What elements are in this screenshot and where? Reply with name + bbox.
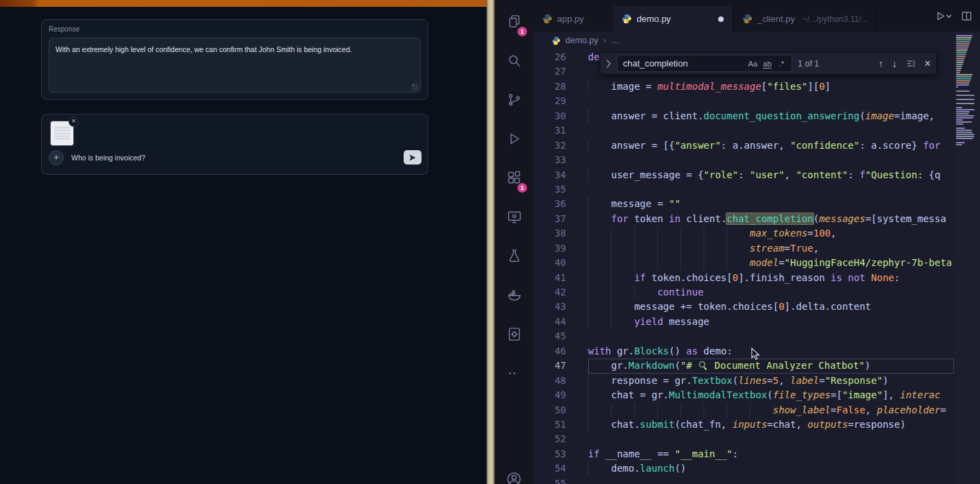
breadcrumb-more[interactable]: …	[611, 36, 620, 45]
run-python-file-button[interactable]	[935, 11, 952, 21]
find-next-button[interactable]: ↓	[892, 58, 897, 69]
code-line[interactable]: 53if __name__ == "__main__":	[533, 447, 954, 461]
tab-client-py[interactable]: _client.py ~/.../python3.11/...	[733, 6, 877, 32]
code-line[interactable]: 30answer = client.document_question_answ…	[533, 109, 954, 123]
modified-dot-icon[interactable]	[718, 16, 724, 22]
line-number[interactable]: 50	[533, 403, 566, 418]
line-number[interactable]: 26	[533, 50, 566, 64]
line-content: continue	[588, 285, 954, 300]
code-line[interactable]: 41if token.choices[0].finish_reason is n…	[533, 271, 954, 285]
line-number[interactable]: 37	[533, 212, 566, 226]
breadcrumb-file[interactable]: demo.py	[565, 36, 598, 45]
line-number[interactable]: 35	[533, 182, 566, 197]
tab-app-py[interactable]: app.py	[533, 6, 613, 32]
split-editor-button[interactable]	[961, 11, 972, 21]
code-line[interactable]: 32answer = [{"answer": a.answer, "confid…	[533, 138, 954, 153]
line-number[interactable]: 49	[533, 388, 566, 402]
activity-account[interactable]	[495, 471, 533, 484]
activity-extensions[interactable]: 1	[498, 163, 530, 195]
line-number[interactable]: 38	[533, 226, 566, 241]
line-number[interactable]: 46	[533, 344, 566, 359]
line-number[interactable]: 48	[533, 374, 566, 388]
resize-grip-icon[interactable]	[412, 84, 419, 90]
line-number[interactable]: 32	[533, 138, 566, 153]
activity-gear-file[interactable]	[498, 319, 530, 352]
code-line[interactable]: 55	[533, 476, 954, 484]
regex-toggle[interactable]: .*	[774, 57, 789, 70]
activity-docker[interactable]	[498, 280, 530, 313]
code-line[interactable]: 37for token in client.chat_completion(me…	[533, 212, 954, 226]
line-number[interactable]: 52	[533, 432, 566, 446]
code-line[interactable]: 45	[533, 329, 954, 343]
code-line[interactable]: 54demo.launch()	[533, 461, 954, 476]
line-number[interactable]: 28	[533, 80, 566, 94]
find-previous-button[interactable]: ↑	[879, 58, 883, 69]
code-line[interactable]: 49chat = gr.MultimodalTextbox(file_types…	[533, 388, 954, 402]
activity-run-debug[interactable]	[498, 124, 530, 156]
line-number[interactable]: 27	[533, 64, 566, 79]
line-number[interactable]: 36	[533, 197, 566, 211]
line-number[interactable]: 39	[533, 241, 566, 256]
code-line[interactable]: 42continue	[533, 285, 954, 300]
line-number[interactable]: 47	[533, 359, 566, 373]
line-number[interactable]: 40	[533, 256, 566, 270]
line-number[interactable]: 33	[533, 153, 566, 167]
code-line[interactable]: 31	[533, 123, 954, 138]
code-line[interactable]: 48response = gr.Textbox(lines=5, label="…	[533, 374, 954, 388]
window-divider[interactable]	[487, 0, 495, 484]
activity-testing[interactable]	[498, 241, 530, 274]
line-number[interactable]: 51	[533, 418, 566, 432]
line-number[interactable]: 55	[533, 476, 566, 484]
activity-search[interactable]	[498, 46, 530, 78]
line-number[interactable]: 53	[533, 447, 566, 461]
code-line[interactable]: 33	[533, 153, 954, 167]
whole-word-toggle[interactable]: ab	[760, 57, 774, 70]
find-in-selection-button[interactable]	[906, 59, 916, 69]
line-number[interactable]: 54	[533, 461, 566, 476]
code-line[interactable]: 28image = multimodal_message["files"][0]	[533, 80, 954, 94]
code-line[interactable]: 51chat.submit(chat_fn, inputs=chat, outp…	[533, 418, 954, 432]
code-line[interactable]: 46with gr.Blocks() as demo:	[533, 344, 954, 359]
activity-more[interactable]	[498, 359, 530, 391]
activity-source-control[interactable]	[498, 85, 530, 117]
tab-demo-py[interactable]: demo.py	[613, 6, 733, 32]
code-line[interactable]: 38max_tokens=100,	[533, 226, 954, 241]
line-content	[588, 329, 954, 343]
find-input[interactable]	[623, 58, 746, 69]
code-line[interactable]: 43message += token.choices[0].delta.cont…	[533, 300, 954, 314]
code-editor[interactable]: 26de2728image = multimodal_message["file…	[533, 49, 954, 484]
line-number[interactable]: 34	[533, 168, 566, 182]
code-line[interactable]: 39stream=True,	[533, 241, 954, 256]
code-line[interactable]: 29	[533, 94, 954, 108]
remove-attachment-button[interactable]: ×	[69, 117, 79, 127]
line-number[interactable]: 43	[533, 300, 566, 314]
find-expand-toggle[interactable]	[606, 59, 611, 69]
line-number[interactable]: 44	[533, 315, 566, 329]
line-number[interactable]: 45	[533, 329, 566, 343]
code-line[interactable]: 40model="HuggingFaceH4/zephyr-7b-beta	[533, 256, 954, 270]
code-line[interactable]: 34user_message = {"role": "user", "conte…	[533, 168, 954, 182]
code-line[interactable]: 36message = ""	[533, 197, 954, 211]
activity-explorer[interactable]: 1	[498, 7, 530, 39]
activity-remote-explorer[interactable]	[498, 202, 530, 234]
code-line[interactable]: 47gr.Markdown("# Document Analyzer Chatb…	[533, 359, 954, 373]
code-line[interactable]: 44yield message	[533, 315, 954, 329]
breadcrumb[interactable]: demo.py › …	[533, 32, 954, 49]
line-number[interactable]: 31	[533, 123, 566, 138]
match-case-toggle[interactable]: Aa	[746, 57, 760, 70]
line-number[interactable]: 42	[533, 285, 566, 300]
add-file-button[interactable]: +	[49, 150, 64, 165]
code-line[interactable]: 50show_label=False, placeholder=	[533, 403, 954, 418]
line-number[interactable]: 41	[533, 271, 566, 285]
response-textarea[interactable]: With an extremely high level of confiden…	[49, 38, 421, 93]
chat-input[interactable]: Who is being invoiced?	[71, 154, 145, 162]
find-input-box[interactable]: Aa ab .*	[617, 55, 792, 72]
line-number[interactable]: 29	[533, 94, 566, 108]
find-close-button[interactable]: ×	[924, 58, 931, 70]
line-number[interactable]: 30	[533, 109, 566, 123]
code-line[interactable]: 52	[533, 432, 954, 446]
line-content: user_message = {"role": "user", "content…	[588, 168, 954, 182]
code-line[interactable]: 35	[533, 182, 954, 197]
minimap[interactable]	[954, 32, 980, 484]
send-button[interactable]	[404, 150, 421, 165]
